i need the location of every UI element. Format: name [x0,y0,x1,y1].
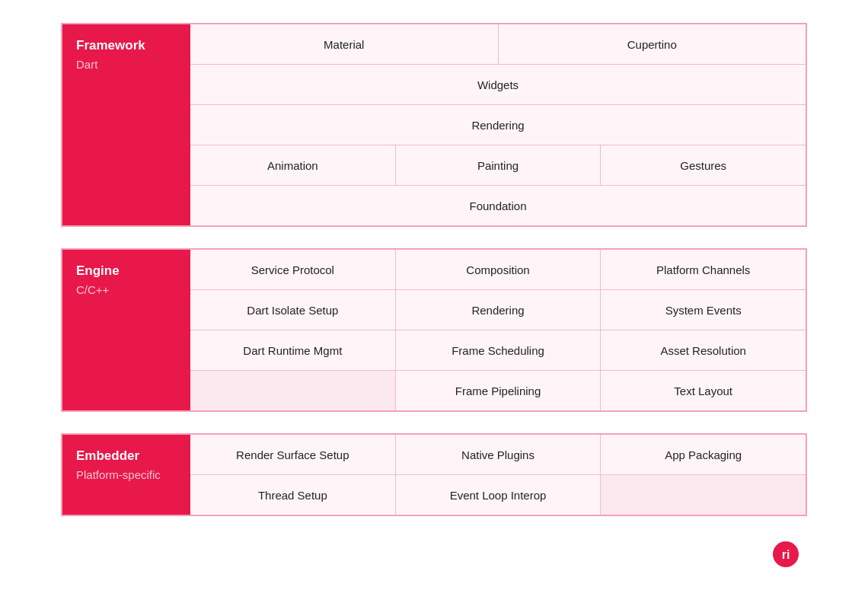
cell-framework-2-0: Rendering [190,105,806,145]
layer-sub-embedder: Platform-specific [76,468,178,481]
cell-embedder-1-0: Thread Setup [190,475,396,515]
grid-row-framework-0: MaterialCupertino [190,24,806,65]
cell-engine-3-2: Text Layout [601,371,806,410]
label-col-embedder: EmbedderPlatform-specific [62,435,190,515]
layer-name-framework: Framework [76,38,178,53]
cell-embedder-1-1: Event Loop Interop [396,475,602,515]
svg-text:ri: ri [782,548,790,561]
grid-col-embedder: Render Surface SetupNative PluginsApp Pa… [190,435,806,515]
cell-framework-0-1: Cupertino [499,24,806,64]
grid-row-embedder-0: Render Surface SetupNative PluginsApp Pa… [190,435,806,475]
cell-engine-0-2: Platform Channels [601,250,806,289]
layer-sub-framework: Dart [76,58,178,71]
grid-row-framework-4: Foundation [190,186,806,225]
cell-embedder-1-2 [601,475,806,515]
cell-engine-2-0: Dart Runtime Mgmt [190,330,396,370]
cell-framework-3-2: Gestures [601,145,806,185]
grid-row-engine-0: Service ProtocolCompositionPlatform Chan… [190,250,806,290]
cell-framework-3-0: Animation [190,145,396,185]
grid-row-framework-2: Rendering [190,105,806,145]
cell-engine-2-1: Frame Scheduling [396,330,602,370]
label-col-engine: EngineC/C++ [62,250,190,410]
grid-row-engine-2: Dart Runtime MgmtFrame SchedulingAsset R… [190,330,806,371]
grid-row-framework-1: Widgets [190,65,806,105]
cell-engine-0-1: Composition [396,250,602,289]
cell-embedder-0-0: Render Surface Setup [190,435,396,474]
layer-engine: EngineC/C++Service ProtocolCompositionPl… [61,248,807,412]
ri-logo-icon: ri [772,541,799,568]
cell-engine-1-0: Dart Isolate Setup [190,290,396,330]
layer-embedder: EmbedderPlatform-specificRender Surface … [61,433,807,516]
label-col-framework: FrameworkDart [62,24,190,225]
cell-engine-3-1: Frame Pipelining [396,371,602,410]
cell-framework-1-0: Widgets [190,65,806,104]
cell-framework-3-1: Painting [396,145,602,185]
grid-row-framework-3: AnimationPaintingGestures [190,145,806,186]
grid-col-engine: Service ProtocolCompositionPlatform Chan… [190,250,806,410]
cell-engine-0-0: Service Protocol [190,250,396,289]
cell-engine-1-1: Rendering [396,290,602,330]
grid-row-engine-3: Frame PipeliningText Layout [190,371,806,410]
cell-engine-1-2: System Events [601,290,806,330]
cell-framework-0-0: Material [190,24,499,64]
grid-col-framework: MaterialCupertinoWidgetsRenderingAnimati… [190,24,806,225]
cell-embedder-0-2: App Packaging [601,435,806,474]
cell-engine-2-2: Asset Resolution [601,330,806,370]
grid-row-embedder-1: Thread SetupEvent Loop Interop [190,475,806,515]
layer-name-engine: Engine [76,263,178,279]
grid-row-engine-1: Dart Isolate SetupRenderingSystem Events [190,290,806,330]
cell-framework-4-0: Foundation [190,186,806,225]
logo-area: ri [61,541,807,568]
layer-name-embedder: Embedder [76,448,178,464]
layer-framework: FrameworkDartMaterialCupertinoWidgetsRen… [61,23,807,227]
cell-engine-3-0 [190,371,396,410]
cell-embedder-0-1: Native Plugins [396,435,602,474]
layer-sub-engine: C/C++ [76,283,178,296]
